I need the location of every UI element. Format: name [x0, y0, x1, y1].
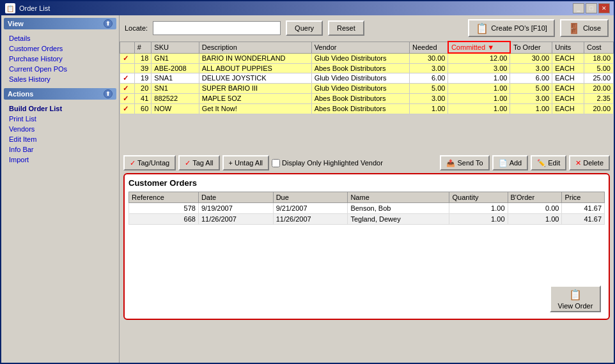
display-only-checkbox-label: Display Only Highlighted Vendor: [272, 159, 383, 167]
view-collapse-button[interactable]: ⬆: [104, 19, 113, 28]
co-due: 11/26/2007: [273, 214, 348, 225]
row-check: ✓: [120, 73, 135, 83]
row-units: EACH: [552, 103, 584, 114]
locate-input[interactable]: [153, 21, 281, 35]
row-desc: MAPLE 5OZ: [199, 93, 311, 103]
title-bar: 📋 Order List _ □ ✕: [1, 1, 614, 15]
co-name: Benson, Bob: [348, 203, 449, 214]
view-order-icon: 📋: [569, 289, 582, 301]
co-qty: 1.00: [449, 214, 508, 225]
sidebar-item-sales-history[interactable]: Sales History: [4, 74, 116, 84]
row-committed: 3.00: [448, 63, 510, 73]
sidebar-item-edit-item[interactable]: Edit Item: [4, 134, 116, 144]
reset-button[interactable]: Reset: [328, 20, 364, 36]
row-vendor: Abes Book Distributors: [311, 103, 409, 114]
co-qty: 1.00: [449, 203, 508, 214]
tag-all-button[interactable]: ✓ Tag All: [178, 155, 219, 171]
col-desc[interactable]: Description: [199, 42, 311, 53]
co-due: 9/21/2007: [273, 203, 348, 214]
sidebar-item-import[interactable]: Import: [4, 155, 116, 165]
col-to-order[interactable]: To Order: [510, 42, 552, 53]
col-sku[interactable]: SKU: [152, 42, 199, 53]
col-units[interactable]: Units: [552, 42, 584, 53]
row-desc: ALL ABOUT PUPPIES: [199, 63, 311, 73]
create-po-icon: 📋: [476, 22, 488, 34]
row-committed: 12.00: [448, 53, 510, 63]
send-to-button[interactable]: 📤 Send To: [440, 155, 489, 171]
row-needed: 3.00: [409, 93, 448, 103]
sidebar-item-build-order-list[interactable]: Build Order List: [4, 103, 116, 114]
row-units: EACH: [552, 63, 584, 73]
row-cost: 18.00: [584, 53, 613, 63]
row-check: ✓: [120, 53, 135, 63]
row-desc: BARIO IN WONDERLAND: [199, 53, 311, 63]
col-cost[interactable]: Cost: [584, 42, 613, 53]
close-panel-button[interactable]: 🚪 Close: [560, 19, 609, 37]
view-order-button[interactable]: 📋 View Order: [550, 285, 601, 312]
table-row: ✓ 41 882522 MAPLE 5OZ Abes Book Distribu…: [120, 93, 614, 103]
display-only-checkbox[interactable]: [272, 159, 280, 167]
add-icon: 📄: [499, 159, 508, 167]
main-table-scroll[interactable]: # SKU Description Vendor Needed Committe…: [120, 41, 614, 153]
row-num: 41: [134, 93, 152, 103]
table-row: 39 ABE-2008 ALL ABOUT PUPPIES Abes Book …: [120, 63, 614, 73]
minimize-button[interactable]: _: [573, 3, 584, 13]
row-to-order: 3.00: [510, 63, 552, 73]
table-row: ✓ 19 SNA1 DELUXE JOYSTICK Glub Video Dis…: [120, 73, 614, 83]
sidebar-item-info-bar[interactable]: Info Bar: [4, 144, 116, 155]
add-button[interactable]: 📄 Add: [492, 155, 529, 171]
co-col-price: Price: [562, 192, 605, 203]
col-needed[interactable]: Needed: [409, 42, 448, 53]
row-cost: 25.00: [584, 73, 613, 83]
row-to-order: 5.00: [510, 83, 552, 93]
co-name: Tegland, Dewey: [348, 214, 449, 225]
delete-button[interactable]: ✕ Delete: [569, 155, 610, 171]
sidebar: View ⬆ Details Customer Orders Purchase …: [1, 15, 120, 363]
row-units: EACH: [552, 53, 584, 63]
maximize-button[interactable]: □: [586, 3, 597, 13]
row-vendor: Glub Video Distributors: [311, 83, 409, 93]
co-table-row: 578 9/19/2007 9/21/2007 Benson, Bob 1.00…: [129, 203, 605, 214]
customer-orders-section: Customer Orders Reference Date Due Name …: [123, 173, 610, 320]
row-to-order: 1.00: [510, 103, 552, 114]
view-section-header: View ⬆: [4, 18, 116, 29]
sidebar-item-purchase-history[interactable]: Purchase History: [4, 54, 116, 64]
row-needed: 30.00: [409, 53, 448, 63]
untag-all-label: Untag All: [235, 159, 263, 167]
close-window-button[interactable]: ✕: [598, 3, 610, 13]
main-table: # SKU Description Vendor Needed Committe…: [120, 41, 614, 114]
query-label: Query: [295, 24, 314, 32]
actions-section-header: Actions ⬆: [4, 88, 116, 100]
display-only-label: Display Only Highlighted Vendor: [282, 159, 383, 167]
window-title: Order List: [19, 4, 50, 12]
edit-button[interactable]: ✏️ Edit: [531, 155, 566, 171]
untag-all-button[interactable]: + Untag All: [222, 155, 269, 171]
col-vendor[interactable]: Vendor: [311, 42, 409, 53]
row-num: 19: [134, 73, 152, 83]
top-toolbar: Locate: Query Reset 📋 Create PO's [F10] …: [120, 15, 614, 41]
window-controls: _ □ ✕: [573, 3, 610, 13]
sidebar-item-current-open-pos[interactable]: Current Open POs: [4, 64, 116, 74]
view-order-label: View Order: [558, 302, 593, 310]
row-to-order: 30.00: [510, 53, 552, 63]
co-date: 11/26/2007: [198, 214, 273, 225]
col-committed[interactable]: Committed ▼: [448, 42, 510, 53]
row-check: ✓: [120, 83, 135, 93]
co-border: 1.00: [508, 214, 562, 225]
sidebar-item-vendors[interactable]: Vendors: [4, 124, 116, 134]
col-check: [120, 42, 135, 53]
row-cost: 20.00: [584, 103, 613, 114]
query-button[interactable]: Query: [286, 20, 323, 36]
row-to-order: 3.00: [510, 93, 552, 103]
tag-untag-button[interactable]: ✓ Tag/Untag: [123, 155, 176, 171]
sidebar-item-details[interactable]: Details: [4, 33, 116, 43]
row-committed: 1.00: [448, 73, 510, 83]
row-units: EACH: [552, 73, 584, 83]
co-table-row: 668 11/26/2007 11/26/2007 Tegland, Dewey…: [129, 214, 605, 225]
sidebar-item-print-list[interactable]: Print List: [4, 114, 116, 124]
sidebar-item-customer-orders[interactable]: Customer Orders: [4, 43, 116, 54]
actions-collapse-button[interactable]: ⬆: [104, 89, 113, 98]
row-desc: SUPER BARIO III: [199, 83, 311, 93]
col-num[interactable]: #: [134, 42, 152, 53]
create-po-button[interactable]: 📋 Create PO's [F10]: [468, 19, 555, 37]
